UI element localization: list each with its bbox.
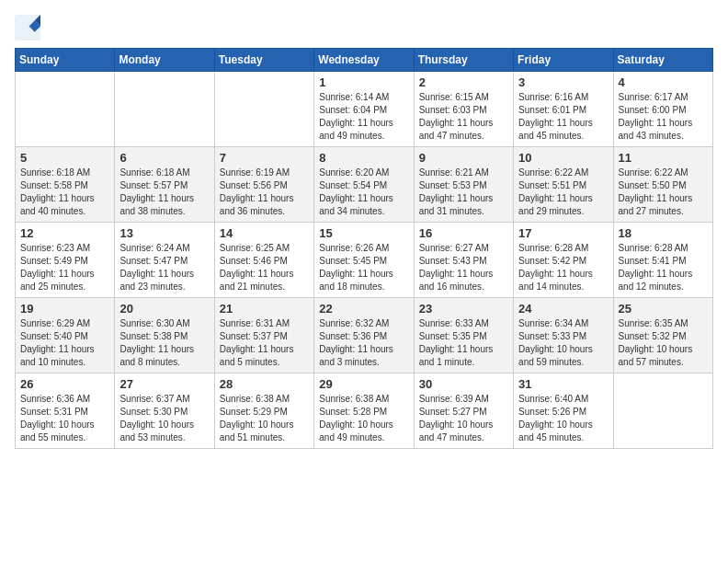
day-header-friday: Friday bbox=[514, 49, 613, 72]
calendar-cell: 4Sunrise: 6:17 AM Sunset: 6:00 PM Daylig… bbox=[613, 72, 712, 147]
day-info: Sunrise: 6:22 AM Sunset: 5:50 PM Dayligh… bbox=[619, 167, 708, 218]
day-number: 8 bbox=[319, 151, 408, 165]
day-info: Sunrise: 6:14 AM Sunset: 6:04 PM Dayligh… bbox=[319, 91, 408, 143]
calendar-cell: 12Sunrise: 6:23 AM Sunset: 5:49 PM Dayli… bbox=[16, 223, 115, 298]
day-info: Sunrise: 6:27 AM Sunset: 5:43 PM Dayligh… bbox=[419, 242, 508, 293]
calendar-cell: 20Sunrise: 6:30 AM Sunset: 5:38 PM Dayli… bbox=[115, 298, 214, 373]
day-info: Sunrise: 6:19 AM Sunset: 5:56 PM Dayligh… bbox=[220, 167, 309, 218]
day-number: 2 bbox=[419, 75, 508, 89]
day-number: 3 bbox=[518, 75, 608, 89]
calendar-cell: 31Sunrise: 6:40 AM Sunset: 5:26 PM Dayli… bbox=[514, 373, 613, 449]
day-info: Sunrise: 6:18 AM Sunset: 5:58 PM Dayligh… bbox=[20, 167, 109, 218]
day-info: Sunrise: 6:18 AM Sunset: 5:57 PM Dayligh… bbox=[119, 167, 209, 218]
day-info: Sunrise: 6:24 AM Sunset: 5:47 PM Dayligh… bbox=[119, 242, 209, 293]
calendar-week-row: 12Sunrise: 6:23 AM Sunset: 5:49 PM Dayli… bbox=[16, 223, 713, 298]
calendar-cell: 19Sunrise: 6:29 AM Sunset: 5:40 PM Dayli… bbox=[16, 298, 115, 373]
calendar-cell: 13Sunrise: 6:24 AM Sunset: 5:47 PM Dayli… bbox=[115, 223, 214, 298]
day-number: 31 bbox=[518, 377, 608, 391]
day-number: 22 bbox=[319, 302, 408, 316]
calendar-cell: 10Sunrise: 6:22 AM Sunset: 5:51 PM Dayli… bbox=[514, 147, 613, 223]
day-info: Sunrise: 6:22 AM Sunset: 5:51 PM Dayligh… bbox=[518, 167, 608, 218]
day-info: Sunrise: 6:38 AM Sunset: 5:29 PM Dayligh… bbox=[220, 393, 309, 444]
calendar-cell: 15Sunrise: 6:26 AM Sunset: 5:45 PM Dayli… bbox=[314, 223, 414, 298]
day-info: Sunrise: 6:30 AM Sunset: 5:38 PM Dayligh… bbox=[119, 317, 209, 369]
page-header bbox=[15, 15, 713, 40]
calendar-cell: 9Sunrise: 6:21 AM Sunset: 5:53 PM Daylig… bbox=[414, 147, 513, 223]
calendar-cell: 16Sunrise: 6:27 AM Sunset: 5:43 PM Dayli… bbox=[414, 223, 513, 298]
calendar-header-row: SundayMondayTuesdayWednesdayThursdayFrid… bbox=[16, 49, 713, 72]
calendar-cell: 24Sunrise: 6:34 AM Sunset: 5:33 PM Dayli… bbox=[514, 298, 613, 373]
day-number: 30 bbox=[419, 377, 508, 391]
day-info: Sunrise: 6:21 AM Sunset: 5:53 PM Dayligh… bbox=[419, 167, 508, 218]
day-info: Sunrise: 6:38 AM Sunset: 5:28 PM Dayligh… bbox=[319, 393, 408, 444]
day-number: 25 bbox=[619, 302, 708, 316]
calendar-cell: 3Sunrise: 6:16 AM Sunset: 6:01 PM Daylig… bbox=[514, 72, 613, 147]
calendar-cell: 30Sunrise: 6:39 AM Sunset: 5:27 PM Dayli… bbox=[414, 373, 513, 449]
calendar-cell: 7Sunrise: 6:19 AM Sunset: 5:56 PM Daylig… bbox=[214, 147, 313, 223]
calendar-cell bbox=[16, 72, 115, 147]
day-number: 9 bbox=[419, 151, 508, 165]
calendar-cell: 6Sunrise: 6:18 AM Sunset: 5:57 PM Daylig… bbox=[115, 147, 214, 223]
calendar-cell bbox=[214, 72, 313, 147]
day-header-wednesday: Wednesday bbox=[314, 49, 414, 72]
day-number: 1 bbox=[319, 75, 408, 89]
logo-icon bbox=[15, 15, 40, 40]
day-info: Sunrise: 6:32 AM Sunset: 5:36 PM Dayligh… bbox=[319, 317, 408, 369]
day-header-tuesday: Tuesday bbox=[214, 49, 313, 72]
day-info: Sunrise: 6:35 AM Sunset: 5:32 PM Dayligh… bbox=[619, 317, 708, 369]
calendar-cell bbox=[613, 373, 712, 449]
day-info: Sunrise: 6:29 AM Sunset: 5:40 PM Dayligh… bbox=[20, 317, 109, 369]
logo bbox=[15, 15, 44, 40]
day-number: 20 bbox=[119, 302, 209, 316]
day-number: 29 bbox=[319, 377, 408, 391]
day-number: 21 bbox=[220, 302, 309, 316]
calendar-cell: 2Sunrise: 6:15 AM Sunset: 6:03 PM Daylig… bbox=[414, 72, 513, 147]
day-number: 28 bbox=[220, 377, 309, 391]
day-info: Sunrise: 6:17 AM Sunset: 6:00 PM Dayligh… bbox=[619, 91, 708, 143]
day-number: 12 bbox=[20, 226, 109, 240]
calendar-cell: 27Sunrise: 6:37 AM Sunset: 5:30 PM Dayli… bbox=[115, 373, 214, 449]
day-number: 11 bbox=[619, 151, 708, 165]
day-number: 18 bbox=[619, 226, 708, 240]
day-header-monday: Monday bbox=[115, 49, 214, 72]
calendar-table: SundayMondayTuesdayWednesdayThursdayFrid… bbox=[15, 48, 713, 449]
day-number: 19 bbox=[20, 302, 109, 316]
day-number: 6 bbox=[119, 151, 209, 165]
calendar-cell: 21Sunrise: 6:31 AM Sunset: 5:37 PM Dayli… bbox=[214, 298, 313, 373]
day-header-sunday: Sunday bbox=[16, 49, 115, 72]
calendar-cell: 1Sunrise: 6:14 AM Sunset: 6:04 PM Daylig… bbox=[314, 72, 414, 147]
calendar-cell: 25Sunrise: 6:35 AM Sunset: 5:32 PM Dayli… bbox=[613, 298, 712, 373]
day-info: Sunrise: 6:28 AM Sunset: 5:41 PM Dayligh… bbox=[619, 242, 708, 293]
calendar-cell: 11Sunrise: 6:22 AM Sunset: 5:50 PM Dayli… bbox=[613, 147, 712, 223]
day-number: 15 bbox=[319, 226, 408, 240]
day-header-saturday: Saturday bbox=[613, 49, 712, 72]
day-info: Sunrise: 6:34 AM Sunset: 5:33 PM Dayligh… bbox=[518, 317, 608, 369]
calendar-cell: 22Sunrise: 6:32 AM Sunset: 5:36 PM Dayli… bbox=[314, 298, 414, 373]
day-info: Sunrise: 6:31 AM Sunset: 5:37 PM Dayligh… bbox=[220, 317, 309, 369]
day-info: Sunrise: 6:16 AM Sunset: 6:01 PM Dayligh… bbox=[518, 91, 608, 143]
day-info: Sunrise: 6:33 AM Sunset: 5:35 PM Dayligh… bbox=[419, 317, 508, 369]
calendar-cell: 8Sunrise: 6:20 AM Sunset: 5:54 PM Daylig… bbox=[314, 147, 414, 223]
calendar-cell: 17Sunrise: 6:28 AM Sunset: 5:42 PM Dayli… bbox=[514, 223, 613, 298]
calendar-cell: 18Sunrise: 6:28 AM Sunset: 5:41 PM Dayli… bbox=[613, 223, 712, 298]
calendar-week-row: 26Sunrise: 6:36 AM Sunset: 5:31 PM Dayli… bbox=[16, 373, 713, 449]
day-info: Sunrise: 6:20 AM Sunset: 5:54 PM Dayligh… bbox=[319, 167, 408, 218]
day-info: Sunrise: 6:37 AM Sunset: 5:30 PM Dayligh… bbox=[119, 393, 209, 444]
day-number: 4 bbox=[619, 75, 708, 89]
calendar-cell: 14Sunrise: 6:25 AM Sunset: 5:46 PM Dayli… bbox=[214, 223, 313, 298]
day-number: 23 bbox=[419, 302, 508, 316]
calendar-cell: 5Sunrise: 6:18 AM Sunset: 5:58 PM Daylig… bbox=[16, 147, 115, 223]
day-number: 17 bbox=[518, 226, 608, 240]
day-info: Sunrise: 6:26 AM Sunset: 5:45 PM Dayligh… bbox=[319, 242, 408, 293]
day-number: 14 bbox=[220, 226, 309, 240]
day-info: Sunrise: 6:36 AM Sunset: 5:31 PM Dayligh… bbox=[20, 393, 109, 444]
day-number: 7 bbox=[220, 151, 309, 165]
day-number: 16 bbox=[419, 226, 508, 240]
day-info: Sunrise: 6:25 AM Sunset: 5:46 PM Dayligh… bbox=[220, 242, 309, 293]
day-info: Sunrise: 6:28 AM Sunset: 5:42 PM Dayligh… bbox=[518, 242, 608, 293]
day-number: 5 bbox=[20, 151, 109, 165]
calendar-cell bbox=[115, 72, 214, 147]
calendar-week-row: 5Sunrise: 6:18 AM Sunset: 5:58 PM Daylig… bbox=[16, 147, 713, 223]
calendar-cell: 26Sunrise: 6:36 AM Sunset: 5:31 PM Dayli… bbox=[16, 373, 115, 449]
day-number: 26 bbox=[20, 377, 109, 391]
